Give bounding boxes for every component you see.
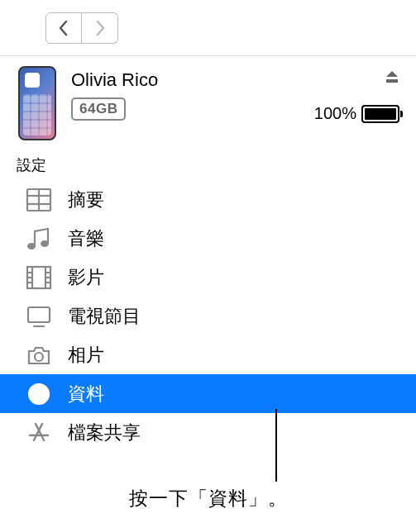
svg-rect-0 bbox=[386, 79, 398, 83]
sidebar-item-music[interactable]: 音樂 bbox=[0, 219, 416, 258]
apps-icon bbox=[25, 420, 53, 446]
sidebar-list: 摘要 音樂 影片 bbox=[0, 180, 416, 452]
sidebar-item-photos[interactable]: 相片 bbox=[0, 335, 416, 374]
camera-icon bbox=[25, 342, 53, 368]
section-label: 設定 bbox=[0, 147, 416, 180]
sidebar-item-tv[interactable]: 電視節目 bbox=[0, 297, 416, 335]
device-thumbnail bbox=[18, 66, 56, 140]
eject-button[interactable] bbox=[385, 71, 399, 89]
sidebar-item-info[interactable]: 資料 bbox=[0, 374, 416, 413]
svg-line-22 bbox=[36, 424, 44, 440]
annotation-callout-line bbox=[275, 409, 277, 482]
sidebar-item-movies[interactable]: 影片 bbox=[0, 258, 416, 297]
battery-percentage: 100% bbox=[314, 104, 356, 123]
tv-icon bbox=[25, 303, 53, 330]
info-icon bbox=[25, 381, 53, 407]
sidebar-item-label: 檔案共享 bbox=[68, 420, 141, 445]
sidebar-item-label: 資料 bbox=[68, 382, 104, 406]
sidebar-item-filesharing[interactable]: 檔案共享 bbox=[0, 413, 416, 452]
music-icon bbox=[25, 226, 53, 252]
sidebar-item-summary[interactable]: 摘要 bbox=[0, 180, 416, 219]
back-button[interactable] bbox=[45, 12, 82, 44]
annotation-text: 按一下「資料」。 bbox=[0, 486, 416, 511]
svg-point-18 bbox=[35, 353, 43, 361]
device-header: Olivia Rico 64GB 100% bbox=[0, 56, 416, 147]
sidebar-item-label: 影片 bbox=[68, 265, 104, 290]
sidebar-item-label: 摘要 bbox=[68, 188, 104, 212]
summary-icon bbox=[25, 187, 53, 213]
device-name: Olivia Rico bbox=[71, 69, 314, 91]
svg-rect-16 bbox=[28, 307, 50, 322]
battery-icon bbox=[361, 105, 399, 123]
forward-button[interactable] bbox=[82, 12, 118, 44]
nav-toolbar bbox=[0, 0, 416, 52]
film-icon bbox=[25, 264, 53, 291]
svg-point-20 bbox=[38, 387, 40, 389]
sidebar-item-label: 相片 bbox=[68, 343, 104, 368]
svg-line-23 bbox=[34, 424, 42, 440]
sidebar-item-label: 音樂 bbox=[68, 226, 104, 251]
sidebar-item-label: 電視節目 bbox=[68, 304, 141, 329]
storage-badge: 64GB bbox=[71, 97, 126, 121]
